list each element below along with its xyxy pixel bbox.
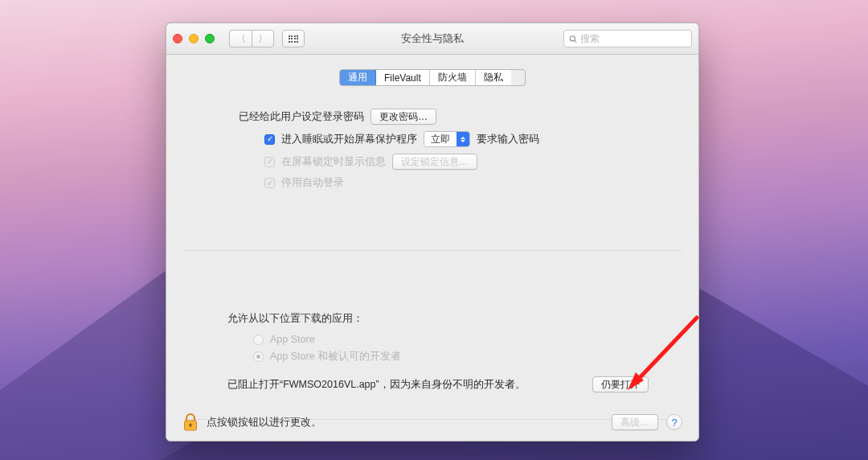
svg-line-1 (575, 40, 576, 42)
grid-icon (289, 35, 299, 43)
allow-appstore-label: App Store (270, 334, 315, 345)
require-password-after-label: 要求输入密码 (477, 133, 539, 146)
lock-hint: 点按锁按钮以进行更改。 (207, 416, 321, 429)
search-icon (569, 35, 577, 43)
require-password-label: 进入睡眠或开始屏幕保护程序 (281, 133, 417, 146)
general-section: 已经给此用户设定登录密码 更改密码… 进入睡眠或开始屏幕保护程序 立即 要求输入… (182, 109, 682, 190)
advanced-button[interactable]: 高级… (612, 414, 658, 430)
svg-point-0 (570, 35, 575, 40)
footer: 点按锁按钮以进行更改。 高级… ? (182, 410, 682, 434)
lock-message-checkbox (264, 157, 275, 167)
tab-privacy[interactable]: 隐私 (476, 70, 511, 85)
close-icon[interactable] (173, 34, 182, 43)
lock-button[interactable] (182, 413, 199, 432)
require-password-checkbox[interactable] (264, 134, 275, 145)
chevrons-icon (457, 132, 469, 146)
select-value: 立即 (424, 132, 457, 146)
system-preferences-window: 〈 〉 安全性与隐私 通用 FileVault 防火墙 隐私 (166, 23, 699, 442)
help-button[interactable]: ? (666, 414, 682, 430)
allow-identified-label: App Store 和被认可的开发者 (270, 350, 401, 363)
titlebar: 〈 〉 安全性与隐私 (166, 23, 698, 55)
allow-title: 允许从以下位置下载的应用： (227, 312, 649, 326)
zoom-icon[interactable] (205, 34, 215, 43)
search-input[interactable] (580, 33, 686, 44)
set-lock-message-button: 设定锁定信息… (392, 154, 477, 170)
open-anyway-button[interactable]: 仍要打开 (592, 376, 649, 392)
nav-back-forward: 〈 〉 (229, 30, 274, 47)
traffic-lights (173, 34, 215, 43)
minimize-icon[interactable] (189, 34, 199, 43)
require-password-delay-select[interactable]: 立即 (424, 131, 470, 147)
allow-appstore-radio (253, 335, 264, 345)
search-field[interactable] (563, 30, 692, 47)
disable-autologin-checkbox (264, 178, 275, 188)
password-set-label: 已经给此用户设定登录密码 (239, 110, 364, 124)
lock-icon (182, 413, 199, 432)
lock-message-label: 在屏幕锁定时显示信息 (281, 155, 386, 169)
svg-rect-4 (190, 425, 191, 427)
blocked-app-text: 已阻止打开“FWMSO2016VL.app”，因为来自身份不明的开发者。 (227, 378, 526, 392)
tab-bar: 通用 FileVault 防火墙 隐私 (339, 69, 526, 86)
change-password-button[interactable]: 更改密码… (371, 109, 436, 125)
show-all-button[interactable] (282, 30, 305, 47)
tab-filevault[interactable]: FileVault (376, 70, 430, 85)
back-button[interactable]: 〈 (229, 30, 252, 47)
chevron-left-icon: 〈 (236, 32, 246, 46)
disable-autologin-label: 停用自动登录 (281, 176, 344, 190)
tab-firewall[interactable]: 防火墙 (430, 70, 476, 85)
divider (182, 250, 682, 251)
tab-general[interactable]: 通用 (340, 70, 376, 85)
forward-button[interactable]: 〉 (252, 30, 274, 47)
chevron-right-icon: 〉 (258, 32, 268, 46)
allow-identified-radio (253, 351, 264, 362)
